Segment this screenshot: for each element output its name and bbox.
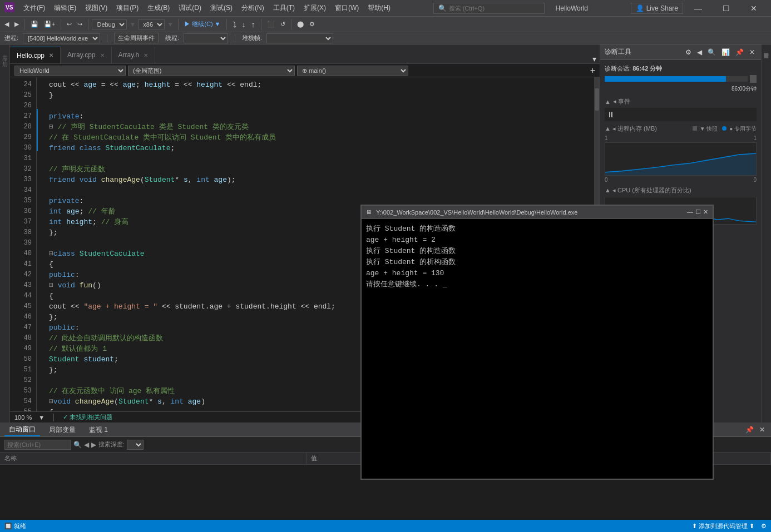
nav-forward-btn[interactable]: ▶ (91, 441, 96, 449)
diag-prev-btn[interactable]: ◀ (695, 48, 704, 56)
menu-extensions[interactable]: 扩展(X) (299, 1, 330, 15)
tab-auto-window[interactable]: 自动窗口 (4, 424, 40, 436)
code-line-25: } (49, 90, 590, 101)
save-all-button[interactable]: 💾+ (42, 19, 57, 29)
menu-tools[interactable]: 工具(T) (269, 1, 299, 15)
save-button[interactable]: 💾 (28, 19, 41, 29)
zoom-dropdown[interactable]: ▼ (38, 414, 45, 421)
step-out-button[interactable]: ↑ (249, 19, 258, 30)
scope-selector[interactable]: (全局范围) (128, 66, 295, 76)
breakpoint-button[interactable]: ⬤ (295, 19, 306, 29)
terminal-maximize[interactable]: ☐ (695, 208, 701, 216)
status-bar: 🔲 就绪 ⬆ 添加到源代码管理 ⬆ ⚙ (0, 520, 771, 532)
menu-debug[interactable]: 调试(D) (174, 1, 206, 15)
menu-file[interactable]: 文件(F) (19, 1, 50, 15)
terminal-close[interactable]: ✕ (703, 208, 708, 216)
window-close[interactable]: ✕ (741, 0, 767, 17)
thread-selector[interactable] (184, 33, 228, 43)
more-tabs-button[interactable]: ▾ (589, 54, 600, 63)
auto-search-input[interactable] (4, 440, 71, 450)
menu-test[interactable]: 测试(S) (206, 1, 237, 15)
add-source-control[interactable]: ⬆ 添加到源代码管理 ⬆ (692, 522, 754, 530)
continue-button[interactable]: ▶ 继续(C) ▼ (182, 19, 223, 29)
breakpoint-settings[interactable]: ⚙ (307, 19, 317, 29)
session-label: 诊断会话: 86:42 分钟 (605, 64, 757, 73)
toolbar-separator6 (261, 19, 261, 30)
pause-btn[interactable]: ⏸ (607, 110, 615, 119)
stop-button[interactable]: ⬛ (265, 19, 277, 29)
diag-chart-btn[interactable]: 📊 (720, 48, 732, 56)
class-selector[interactable]: HelloWorld (14, 66, 126, 76)
tab-local-vars[interactable]: 局部变量 (45, 424, 80, 436)
menu-help[interactable]: 帮助(H) (363, 1, 395, 15)
tab-array-cpp-close[interactable]: ✕ (100, 52, 105, 58)
memory-max-label: 1 (605, 135, 608, 141)
menu-window[interactable]: 窗口(W) (330, 1, 363, 15)
depth-selector[interactable] (127, 440, 144, 450)
editor-scrollbar-thumb[interactable] (595, 88, 599, 111)
status-right: ⬆ 添加到源代码管理 ⬆ ⚙ (692, 522, 767, 530)
tab-array-cpp[interactable]: Array.cpp ✕ (61, 47, 111, 63)
step-over-button[interactable]: ⤵ (230, 19, 239, 30)
forward-button[interactable]: ▶ (12, 19, 21, 29)
terminal-controls: — ☐ ✕ (687, 208, 708, 216)
window-minimize[interactable]: — (685, 0, 711, 17)
snapshot-option[interactable]: ▼ 快照 (693, 125, 718, 133)
private-bytes-icon (722, 126, 726, 131)
menu-view[interactable]: 视图(V) (81, 1, 112, 15)
bp-pin-btn[interactable]: 📌 (744, 426, 755, 434)
diag-pin-btn[interactable]: 📌 (734, 48, 745, 56)
redo-button[interactable]: ↪ (75, 19, 85, 29)
events-section: ▲ ◂ 事件 ⏸ (605, 97, 757, 121)
diag-search-btn[interactable]: 🔍 (706, 48, 718, 56)
snapshot-icon (693, 126, 697, 131)
terminal-line-1: 执行 Student 的构造函数 (366, 223, 708, 235)
platform-dropdown[interactable]: x86 (138, 19, 165, 29)
config-dropdown[interactable]: Debug (92, 19, 127, 29)
menu-edit[interactable]: 编辑(E) (50, 1, 81, 15)
terminal-icon: 🖥 (366, 209, 372, 215)
lifecycle-btn[interactable]: 生命周期事件 (114, 33, 159, 43)
tab-hello-cpp-close[interactable]: ✕ (49, 52, 53, 58)
restart-button[interactable]: ↺ (278, 19, 288, 29)
zoom-level: 100 % (14, 414, 32, 421)
snapshot-label: ▼ 快照 (700, 126, 718, 132)
tab-watch[interactable]: 监视 1 (85, 424, 112, 436)
search-icon-btn[interactable]: 🔍 (73, 441, 82, 449)
memory-title[interactable]: ▲ ◂ 进程内存 (MB) (605, 125, 657, 133)
global-search[interactable]: 🔍 (433, 3, 545, 14)
process-selector[interactable]: [5408] HelloWorld.exe (23, 33, 100, 43)
back-button[interactable]: ◀ (2, 19, 11, 29)
search-input[interactable] (449, 5, 532, 12)
private-bytes-option[interactable]: ● 专用字节 (722, 125, 757, 133)
step-in-button[interactable]: ↓ (240, 19, 248, 30)
bp-close-btn[interactable]: ✕ (758, 426, 767, 434)
menu-build[interactable]: 生成(B) (143, 1, 174, 15)
tab-array-h[interactable]: Array.h ✕ (112, 47, 156, 63)
cpu-header[interactable]: ▲ ◂ CPU (所有处理器的百分比) (605, 186, 757, 195)
member-selector[interactable]: ⊕ main() (297, 66, 408, 76)
toolbar-separator5 (226, 19, 227, 30)
diag-settings-btn[interactable]: ⚙ (684, 48, 693, 56)
nav-back-btn[interactable]: ◀ (84, 441, 89, 449)
undo-button[interactable]: ↩ (65, 19, 74, 29)
diag-close-btn[interactable]: ✕ (748, 48, 757, 56)
add-line-button[interactable]: + (590, 66, 595, 76)
window-maximize[interactable]: ☐ (713, 0, 739, 17)
events-title[interactable]: ▲ ◂ 事件 (605, 97, 757, 106)
stack-selector[interactable] (266, 33, 333, 43)
live-share-button[interactable]: 👤 Live Share (631, 3, 683, 14)
menu-project[interactable]: 项目(P) (112, 1, 143, 15)
menu-bar: 文件(F) 编辑(E) 视图(V) 项目(P) 生成(B) 调试(D) 测试(S… (19, 1, 395, 15)
settings-icon[interactable]: ⚙ (761, 523, 767, 530)
code-line-32: // 声明友元函数 (49, 164, 590, 175)
tab-hello-cpp[interactable]: Hello.cpp ✕ (10, 47, 61, 63)
tab-array-h-close[interactable]: ✕ (144, 52, 148, 58)
menu-analyze[interactable]: 分析(N) (237, 1, 269, 15)
code-line-34 (49, 185, 590, 196)
window-title: HelloWorld (556, 4, 588, 12)
diagnostics-title: 诊断工具 (605, 47, 684, 57)
code-line-28: ⊟ // 声明 StudentCaculate 类是 Student 类的友元类 (49, 122, 590, 132)
terminal-minimize[interactable]: — (687, 208, 693, 216)
process-bar: 进程: [5408] HelloWorld.exe 生命周期事件 线程: 堆栈帧… (0, 32, 771, 44)
